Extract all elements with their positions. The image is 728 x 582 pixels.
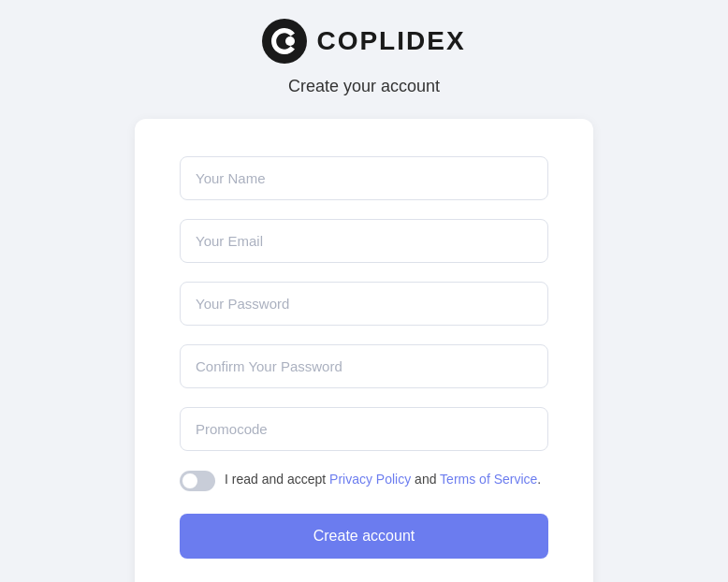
name-input[interactable] [180,156,548,200]
terms-label: I read and accept Privacy Policy and Ter… [225,470,541,489]
terms-suffix: . [537,472,541,487]
email-field-group [180,219,548,263]
promocode-field-group [180,407,548,451]
email-input[interactable] [180,219,548,263]
svg-point-1 [285,36,295,46]
toggle-track [180,471,215,491]
promocode-input[interactable] [180,407,548,451]
terms-toggle-row: I read and accept Privacy Policy and Ter… [180,470,548,491]
password-field-group [180,282,548,326]
password-input[interactable] [180,282,548,326]
signup-card: I read and accept Privacy Policy and Ter… [135,119,593,582]
terms-middle: and [411,472,440,487]
coplidex-logo-icon [262,19,307,64]
create-account-button[interactable]: Create account [180,514,548,559]
logo: COPLIDEX [262,19,465,64]
terms-prefix: I read and accept [225,472,329,487]
logo-text: COPLIDEX [316,26,465,56]
confirm-password-input[interactable] [180,344,548,388]
terms-of-service-link[interactable]: Terms of Service [440,472,537,487]
page-header: COPLIDEX Create your account [262,19,465,96]
page-subtitle: Create your account [288,77,440,96]
svg-point-0 [262,19,307,64]
privacy-policy-link[interactable]: Privacy Policy [329,472,411,487]
confirm-password-field-group [180,344,548,388]
accept-toggle[interactable] [180,471,215,491]
name-field-group [180,156,548,200]
toggle-thumb [182,473,197,488]
